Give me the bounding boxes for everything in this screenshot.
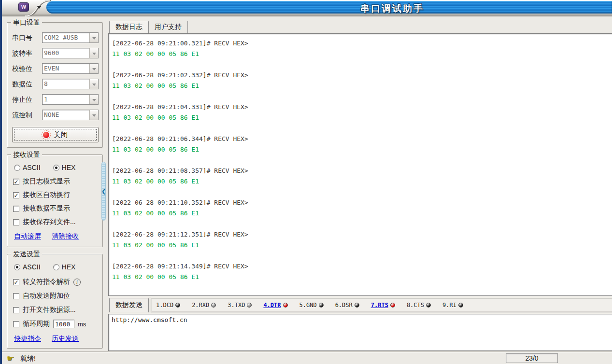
main-tabs: 数据日志用户支持 [109, 21, 188, 33]
pin-status-icon [175, 303, 180, 308]
serial-field-label: 数据位 [12, 80, 32, 89]
log-entry: [2022-06-28 09:21:06.344]# RECV HEX>11 0… [112, 134, 612, 155]
receive-radio-ascii[interactable]: ASCII [14, 164, 41, 171]
log-timestamp: [2022-06-28 09:21:06.344]# RECV HEX> [112, 134, 612, 144]
chevron-down-icon[interactable] [89, 79, 98, 89]
info-icon[interactable]: i [73, 279, 81, 286]
send-radio-ascii[interactable]: ASCII [14, 263, 41, 271]
receive-radio-hex[interactable]: HEX [53, 164, 76, 171]
checkbox-label: 按日志模式显示 [23, 177, 70, 186]
send-checkbox[interactable]: ✓转义符指令解析i [13, 278, 81, 286]
panel-collapse-splitter[interactable]: ❮ [101, 162, 106, 221]
serial-field-combo[interactable]: EVEN [42, 63, 99, 74]
tab-user-support[interactable]: 用户支持 [149, 21, 188, 33]
title-menu-dropdown-icon[interactable] [37, 6, 42, 9]
pin-label: 2.RXD [192, 302, 209, 308]
pin-indicator: 5.GND [299, 302, 324, 308]
pin-label-link[interactable]: 7.RTS [371, 302, 388, 308]
pointing-hand-icon: ☛ [7, 353, 14, 364]
radio-icon [14, 264, 20, 270]
receive-settings-title: 接收设置 [11, 151, 42, 159]
log-entry: [2022-06-28 09:21:00.321]# RECV HEX>11 0… [112, 38, 612, 59]
send-checkbox[interactable]: 循环周期ms [13, 320, 86, 328]
serial-field-row: 数据位8 [12, 79, 99, 89]
send-link[interactable]: 历史发送 [52, 335, 79, 343]
chevron-down-icon[interactable] [89, 33, 98, 42]
checkbox-icon [13, 219, 19, 225]
serial-field-combo[interactable]: COM2 #USB [42, 32, 99, 43]
checkbox-label: 接收保存到文件... [23, 218, 76, 226]
serial-field-combo[interactable]: NONE [42, 110, 99, 120]
serial-field-combo[interactable]: 8 [42, 79, 99, 89]
send-input[interactable] [108, 314, 612, 351]
log-timestamp: [2022-06-28 09:21:02.332]# RECV HEX> [112, 70, 612, 81]
pin-indicator: 6.DSR [335, 302, 359, 308]
pin-indicator: 9.RI [442, 302, 463, 308]
serial-field-label: 停止位 [12, 96, 32, 104]
tab-data-send[interactable]: 数据发送 [109, 298, 149, 312]
cycle-period-input[interactable] [53, 320, 74, 328]
log-hex-data: 11 03 02 00 00 05 86 E1 [112, 81, 612, 91]
log-entry: [2022-06-28 09:21:08.357]# RECV HEX>11 0… [112, 166, 612, 187]
title-bar-blue-band [46, 1, 612, 14]
receive-checkbox[interactable]: ✓按日志模式显示 [13, 177, 70, 186]
pin-status-icon [355, 303, 359, 308]
checkbox-icon [13, 293, 19, 299]
radio-icon [53, 264, 59, 270]
pin-status-icon [458, 303, 463, 308]
log-timestamp: [2022-06-28 09:21:12.351]# RECV HEX> [112, 229, 612, 240]
serial-field-row: 波特率9600 [12, 48, 99, 58]
log-timestamp: [2022-06-28 09:21:00.321]# RECV HEX> [112, 38, 612, 49]
chevron-down-icon[interactable] [89, 64, 98, 73]
receive-checkbox[interactable]: 接收保存到文件... [13, 218, 76, 226]
combo-value: 9600 [44, 49, 89, 56]
chevron-down-icon[interactable] [89, 110, 98, 120]
pin-indicator: 4.DTR [263, 302, 287, 308]
pin-status-icon [319, 303, 324, 308]
send-checkbox[interactable]: 打开文件数据源... [13, 306, 76, 314]
data-log-panel[interactable]: [2022-06-28 09:21:00.321]# RECV HEX>11 0… [108, 33, 612, 296]
log-hex-data: 11 03 02 00 00 05 86 E1 [112, 240, 612, 251]
checkbox-icon [13, 321, 19, 327]
combo-value: EVEN [44, 65, 89, 72]
pin-indicator: 3.TXD [228, 302, 252, 308]
serial-field-label: 校验位 [12, 65, 32, 73]
log-hex-data: 11 03 02 00 00 05 86 E1 [112, 272, 612, 282]
pin-label: 8.CTS [407, 302, 424, 308]
serial-field-row: 停止位1 [12, 94, 99, 105]
checkbox-label: 自动发送附加位 [23, 292, 70, 300]
log-entry: [2022-06-28 09:21:04.331]# RECV HEX>11 0… [112, 102, 612, 123]
send-radio-hex[interactable]: HEX [53, 263, 76, 271]
tab-data-log[interactable]: 数据日志 [109, 21, 149, 33]
log-hex-data: 11 03 02 00 00 05 86 E1 [112, 112, 612, 123]
serial-field-row: 串口号COM2 #USB [12, 32, 99, 43]
send-checkbox[interactable]: 自动发送附加位 [13, 292, 70, 300]
serial-field-combo[interactable]: 1 [42, 94, 99, 105]
log-timestamp: [2022-06-28 09:21:04.331]# RECV HEX> [112, 102, 612, 112]
radio-icon [14, 165, 20, 171]
close-port-button[interactable]: 关闭 [12, 127, 99, 142]
send-bar: 数据发送 1.DCD2.RXD3.TXD4.DTR5.GND6.DSR7.RTS… [109, 298, 612, 312]
chevron-down-icon[interactable] [89, 48, 98, 58]
checkbox-icon: ✓ [13, 179, 19, 185]
pin-label-link[interactable]: 4.DTR [263, 302, 281, 308]
pin-status-icon [211, 303, 216, 308]
send-link[interactable]: 快捷指令 [14, 335, 41, 343]
receive-link[interactable]: 清除接收 [52, 232, 79, 241]
receive-checkbox[interactable]: 接收数据不显示 [13, 204, 70, 213]
log-entry: [2022-06-28 09:21:14.349]# RECV HEX>11 0… [112, 261, 612, 282]
pin-label: 1.DCD [156, 302, 173, 308]
log-entry: [2022-06-28 09:21:10.352]# RECV HEX>11 0… [112, 197, 612, 219]
pin-status-icon [247, 303, 252, 308]
combo-value: NONE [44, 111, 89, 118]
receive-settings-group: 接收设置 ASCIIHEX ✓按日志模式显示✓接收区自动换行接收数据不显示接收保… [7, 154, 103, 247]
serial-field-row: 校验位EVEN [12, 63, 99, 74]
log-timestamp: [2022-06-28 09:21:10.352]# RECV HEX> [112, 197, 612, 208]
receive-checkbox[interactable]: ✓接收区自动换行 [13, 191, 70, 199]
serial-settings-group: 串口设置 串口号COM2 #USB波特率9600校验位EVEN数据位8停止位1流… [7, 22, 103, 148]
serial-field-combo[interactable]: 9600 [42, 48, 99, 58]
app-icon[interactable]: W [18, 2, 29, 12]
chevron-down-icon[interactable] [89, 95, 98, 104]
pin-status-icon [283, 303, 288, 308]
receive-link[interactable]: 自动滚屏 [14, 232, 41, 241]
